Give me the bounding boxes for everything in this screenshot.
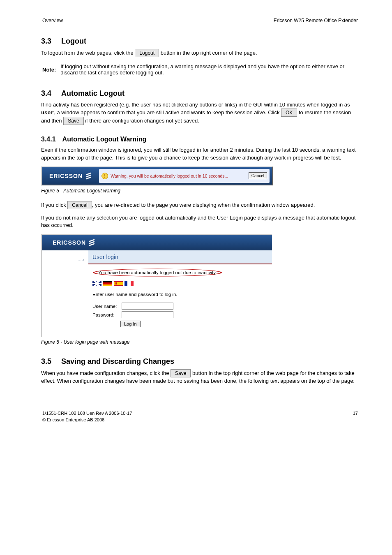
note-text: If logging out without saving the config… [60, 63, 358, 76]
flag-fr[interactable] [125, 281, 134, 286]
section-title: Logout [61, 37, 86, 45]
section-num: 3.3 [41, 37, 51, 45]
password-label: Password: [92, 312, 120, 317]
header-right: Ericsson W25 Remote Office Extender [106, 17, 358, 24]
sec3-p1: When you have made configuration changes… [41, 369, 359, 385]
password-input[interactable] [122, 311, 173, 318]
save-button-illustration: Save [171, 369, 191, 377]
footer-page: 17 [339, 410, 358, 416]
warning-bar: ERICSSON ! Warning, you will be automati… [41, 166, 273, 185]
svg-line-4 [90, 242, 94, 243]
ok-button-illustration: OK [281, 109, 297, 117]
username-row: User name: [88, 302, 272, 310]
warning-icon: ! [101, 173, 108, 179]
page-footer: 1/1551-CRH 102 168 Uen Rev A 2006-10-17 … [41, 409, 359, 423]
cancel-button[interactable]: Cancel [249, 172, 267, 179]
arrow-icon: ····› [42, 250, 88, 263]
warning-text: Warning, you will be automatically logge… [111, 173, 246, 178]
section-3-4-1-heading: 3.4.1Automatic Logout Warning [41, 136, 359, 143]
figure-6-caption: Figure 6 - User login page with message [41, 339, 359, 345]
login-header: ERICSSON [42, 235, 272, 250]
password-row: Password: [88, 310, 272, 319]
login-title: User login [88, 250, 272, 264]
figure-5-caption: Figure 5 - Automatic Logout warning [41, 188, 359, 194]
page-header: Overview Ericsson W25 Remote Office Exte… [41, 16, 359, 25]
footer-copyright: © Ericsson Enterprise AB 2006 [42, 417, 358, 423]
flag-es[interactable] [114, 281, 123, 286]
logout-button-illustration: Logout [135, 49, 159, 57]
svg-line-3 [90, 240, 94, 241]
sec2-1-p2: If you click Cancel, you are re-directed… [41, 201, 359, 209]
sec1-note: Note: If logging out without saving the … [41, 62, 359, 77]
save-button-illustration: Save [63, 117, 83, 125]
svg-line-0 [86, 173, 91, 175]
section-num: 3.5 [41, 357, 51, 365]
ericsson-logo: ERICSSON [42, 167, 97, 185]
auto-logout-message: You have been automatically logged out d… [92, 268, 222, 277]
cancel-button-illustration: Cancel [67, 201, 92, 209]
username-label: User name: [92, 304, 120, 309]
username-input[interactable] [122, 303, 173, 310]
sec2-1-p3: If you do not make any selection you are… [41, 214, 359, 229]
figure-5: ERICSSON ! Warning, you will be automati… [41, 166, 359, 185]
header-left: Overview [42, 17, 105, 24]
sec2-1-p1: Even if the confirmation window is ignor… [41, 146, 359, 161]
sec1-p1: To logout from the web pages, click the … [41, 49, 359, 57]
section-3-4-heading: 3.4Automatic Logout [41, 89, 359, 98]
note-label: Note: [42, 63, 59, 76]
warning-panel: ! Warning, you will be automatically log… [99, 169, 270, 183]
section-3-5-heading: 3.5Saving and Discarding Changes [41, 357, 359, 366]
section-3-3-heading: 3.3Logout [41, 37, 359, 46]
section-title: Automatic Logout [61, 89, 125, 97]
sec2-p1: If no activity has been registered (e.g.… [41, 101, 359, 125]
section-title: Automatic Logout Warning [62, 136, 147, 143]
login-button[interactable]: Log In [120, 321, 141, 327]
login-prompt: Enter user name and password to log in. [88, 290, 272, 302]
language-flags [88, 278, 272, 290]
login-sidebar: ····› [42, 250, 88, 337]
section-num: 3.4 [41, 89, 51, 97]
flag-de[interactable] [103, 281, 112, 286]
section-title: Saving and Discarding Changes [61, 357, 174, 365]
ericsson-stripes-icon [85, 172, 92, 180]
svg-line-1 [86, 175, 91, 177]
section-num: 3.4.1 [41, 136, 56, 143]
figure-6: ERICSSON ····› User login You have been … [41, 234, 359, 337]
svg-line-2 [86, 177, 91, 179]
login-window: ERICSSON ····› User login You have been … [41, 234, 272, 337]
svg-line-5 [90, 244, 94, 245]
footer-ref: 1/1551-CRH 102 168 Uen Rev A 2006-10-17 [42, 410, 338, 416]
ericsson-stripes-icon [88, 239, 96, 246]
flag-uk[interactable] [92, 281, 101, 286]
user-word: user [41, 110, 54, 116]
